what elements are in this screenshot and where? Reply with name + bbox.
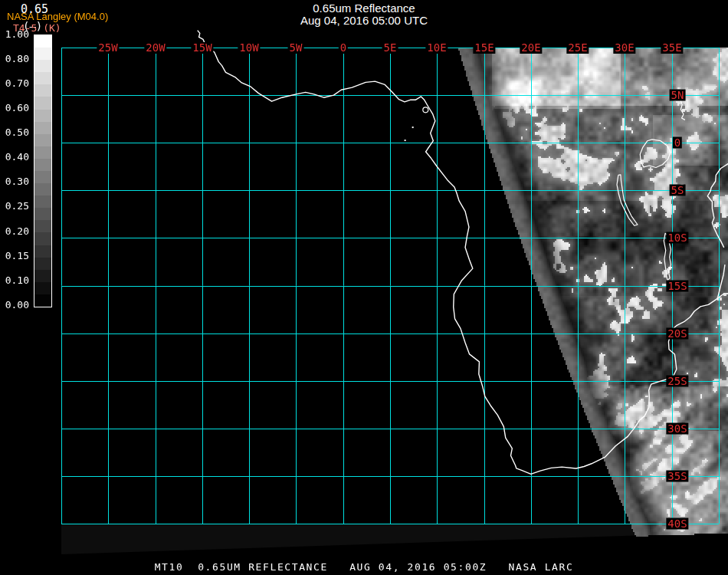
colorbar-tick: 0.60 <box>5 103 29 113</box>
footer-caption: MT10 0.65UM REFLECTANCE AUG 04, 2016 05:… <box>0 561 728 573</box>
page-title: 0.65um Reflectance <box>0 2 728 15</box>
lon-label-30e: 30E <box>613 42 635 54</box>
colorbar-tick: 0.40 <box>5 152 29 163</box>
lat-label-30s: 30S <box>666 423 688 435</box>
colorbar-tick: 0.00 <box>5 300 29 310</box>
satellite-quicklook-image: 0.65um Reflectance Aug 04, 2016 05:00 UT… <box>0 0 728 575</box>
colorbar-tick: 0.80 <box>5 54 29 64</box>
lon-label-0: 0 <box>339 42 348 54</box>
lon-label-20w: 20W <box>144 42 166 54</box>
lat-label-15s: 15S <box>666 281 688 292</box>
reflectance-colorbar <box>34 34 52 307</box>
lon-label-10e: 10E <box>425 42 448 54</box>
colorbar-tick: 0.30 <box>5 176 29 187</box>
lat-label-10s: 10S <box>666 232 688 244</box>
lon-label-35e: 35E <box>661 42 683 54</box>
lon-label-25w: 25W <box>97 42 119 54</box>
colorbar-tick: 0.50 <box>5 127 29 138</box>
lat-label-20s: 20S <box>666 328 688 340</box>
satellite-map-canvas <box>61 27 728 554</box>
colorbar-tick: 0.70 <box>5 78 29 89</box>
colorbar-tick: 0.20 <box>5 226 29 237</box>
lon-label-25e: 25E <box>566 42 589 54</box>
lat-label-5n: 5N <box>670 90 686 101</box>
lat-label-35s: 35S <box>666 471 688 482</box>
lon-label-5e: 5E <box>382 42 398 54</box>
colorbar-tick: 0.10 <box>5 275 29 286</box>
colorbar-tick: 1.00 <box>5 29 29 40</box>
lon-label-5w: 5W <box>288 42 304 54</box>
lat-label-5s: 5S <box>670 185 686 196</box>
lon-label-10w: 10W <box>238 42 260 54</box>
lon-label-15e: 15E <box>473 42 495 54</box>
timestamp-subtitle: Aug 04, 2016 05:00 UTC <box>0 15 728 27</box>
colorbar-tick: 0.15 <box>5 251 29 261</box>
colorbar-tick: 0.25 <box>5 201 29 212</box>
colorbar-scale: 1.00 0.80 0.70 0.60 0.50 0.40 0.30 0.25 … <box>0 0 29 575</box>
lon-label-20e: 20E <box>520 42 542 54</box>
lat-label-25s: 25S <box>666 376 688 387</box>
lon-label-15w: 15W <box>191 42 213 54</box>
lat-label-40s: 40S <box>666 518 688 530</box>
lat-label-0: 0 <box>673 137 682 149</box>
